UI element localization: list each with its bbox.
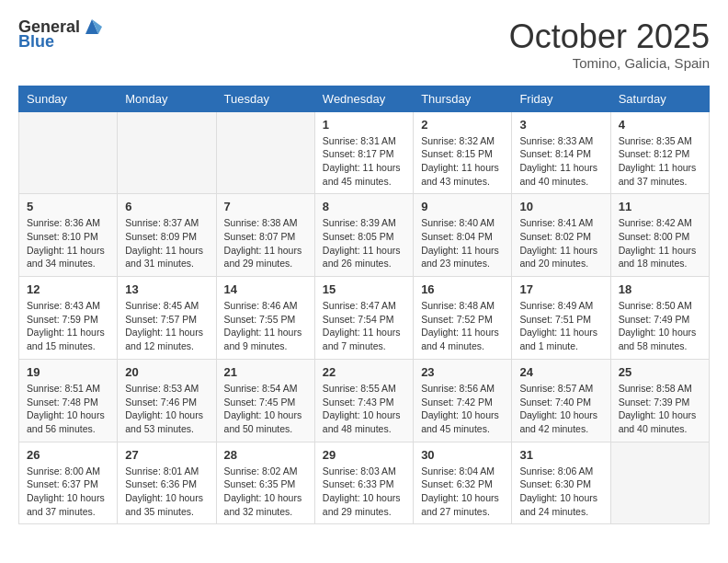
- day-number: 12: [27, 282, 109, 296]
- day-number: 26: [27, 448, 109, 462]
- day-number: 18: [619, 282, 701, 296]
- day-info: Sunrise: 8:36 AMSunset: 8:10 PMDaylight:…: [27, 216, 109, 270]
- day-number: 14: [224, 282, 307, 296]
- day-info: Sunrise: 8:38 AMSunset: 8:07 PMDaylight:…: [224, 216, 307, 270]
- calendar-cell: [216, 111, 314, 194]
- day-info: Sunrise: 8:00 AMSunset: 6:37 PMDaylight:…: [27, 465, 109, 519]
- day-number: 9: [421, 200, 504, 213]
- day-number: 10: [519, 200, 602, 213]
- day-number: 27: [125, 448, 208, 462]
- calendar-cell: 5Sunrise: 8:36 AMSunset: 8:10 PMDaylight…: [19, 194, 118, 277]
- calendar-cell: 14Sunrise: 8:46 AMSunset: 7:55 PMDayligh…: [216, 277, 314, 360]
- calendar-day-header: Sunday: [19, 86, 118, 111]
- calendar-cell: 4Sunrise: 8:35 AMSunset: 8:12 PMDaylight…: [610, 111, 709, 194]
- day-number: 17: [519, 282, 602, 296]
- calendar-week-row: 5Sunrise: 8:36 AMSunset: 8:10 PMDaylight…: [19, 194, 710, 277]
- calendar-table: SundayMondayTuesdayWednesdayThursdayFrid…: [18, 86, 710, 525]
- calendar-cell: 18Sunrise: 8:50 AMSunset: 7:49 PMDayligh…: [610, 277, 709, 360]
- day-number: 5: [27, 200, 109, 213]
- day-number: 29: [323, 448, 405, 462]
- day-number: 6: [125, 200, 208, 213]
- day-info: Sunrise: 8:53 AMSunset: 7:46 PMDaylight:…: [125, 382, 208, 436]
- calendar-cell: 30Sunrise: 8:04 AMSunset: 6:32 PMDayligh…: [414, 442, 512, 524]
- calendar-day-header: Thursday: [414, 86, 512, 111]
- calendar-cell: 29Sunrise: 8:03 AMSunset: 6:33 PMDayligh…: [314, 442, 413, 524]
- day-info: Sunrise: 8:04 AMSunset: 6:32 PMDaylight:…: [421, 465, 504, 519]
- day-number: 2: [421, 118, 504, 132]
- day-info: Sunrise: 8:55 AMSunset: 7:43 PMDaylight:…: [323, 382, 405, 436]
- calendar-cell: 13Sunrise: 8:45 AMSunset: 7:57 PMDayligh…: [118, 277, 216, 360]
- calendar-cell: 17Sunrise: 8:49 AMSunset: 7:51 PMDayligh…: [512, 277, 610, 360]
- calendar-cell: 27Sunrise: 8:01 AMSunset: 6:36 PMDayligh…: [118, 442, 216, 524]
- day-number: 19: [27, 365, 109, 379]
- calendar-cell: 21Sunrise: 8:54 AMSunset: 7:45 PMDayligh…: [216, 359, 314, 442]
- calendar-cell: 26Sunrise: 8:00 AMSunset: 6:37 PMDayligh…: [19, 442, 118, 524]
- day-number: 7: [224, 200, 307, 213]
- day-info: Sunrise: 8:39 AMSunset: 8:05 PMDaylight:…: [323, 216, 405, 270]
- calendar-cell: 6Sunrise: 8:37 AMSunset: 8:09 PMDaylight…: [118, 194, 216, 277]
- calendar-cell: 31Sunrise: 8:06 AMSunset: 6:30 PMDayligh…: [512, 442, 610, 524]
- calendar-cell: 28Sunrise: 8:02 AMSunset: 6:35 PMDayligh…: [216, 442, 314, 524]
- day-info: Sunrise: 8:41 AMSunset: 8:02 PMDaylight:…: [519, 216, 602, 270]
- day-number: 30: [421, 448, 504, 462]
- day-info: Sunrise: 8:57 AMSunset: 7:40 PMDaylight:…: [519, 382, 602, 436]
- day-number: 1: [323, 118, 405, 132]
- day-number: 25: [619, 365, 701, 379]
- page-header: General Blue October 2025 Tomino, Galici…: [18, 18, 710, 71]
- day-info: Sunrise: 8:46 AMSunset: 7:55 PMDaylight:…: [224, 299, 307, 353]
- day-number: 28: [224, 448, 307, 462]
- calendar-cell: [19, 111, 118, 194]
- title-section: October 2025 Tomino, Galicia, Spain: [509, 18, 710, 71]
- calendar-cell: 20Sunrise: 8:53 AMSunset: 7:46 PMDayligh…: [118, 359, 216, 442]
- logo: General Blue: [18, 18, 102, 52]
- calendar-cell: 10Sunrise: 8:41 AMSunset: 8:02 PMDayligh…: [512, 194, 610, 277]
- calendar-week-row: 19Sunrise: 8:51 AMSunset: 7:48 PMDayligh…: [19, 359, 710, 442]
- calendar-cell: 16Sunrise: 8:48 AMSunset: 7:52 PMDayligh…: [414, 277, 512, 360]
- calendar-cell: 24Sunrise: 8:57 AMSunset: 7:40 PMDayligh…: [512, 359, 610, 442]
- calendar-cell: 1Sunrise: 8:31 AMSunset: 8:17 PMDaylight…: [314, 111, 413, 194]
- day-info: Sunrise: 8:02 AMSunset: 6:35 PMDaylight:…: [224, 465, 307, 519]
- day-info: Sunrise: 8:37 AMSunset: 8:09 PMDaylight:…: [125, 216, 208, 270]
- calendar-week-row: 1Sunrise: 8:31 AMSunset: 8:17 PMDaylight…: [19, 111, 710, 194]
- day-info: Sunrise: 8:43 AMSunset: 7:59 PMDaylight:…: [27, 299, 109, 353]
- day-number: 8: [323, 200, 405, 213]
- day-number: 20: [125, 365, 208, 379]
- day-number: 16: [421, 282, 504, 296]
- day-info: Sunrise: 8:01 AMSunset: 6:36 PMDaylight:…: [125, 465, 208, 519]
- calendar-cell: 3Sunrise: 8:33 AMSunset: 8:14 PMDaylight…: [512, 111, 610, 194]
- day-number: 3: [519, 118, 602, 132]
- calendar-cell: 12Sunrise: 8:43 AMSunset: 7:59 PMDayligh…: [19, 277, 118, 360]
- calendar-cell: 23Sunrise: 8:56 AMSunset: 7:42 PMDayligh…: [414, 359, 512, 442]
- day-number: 15: [323, 282, 405, 296]
- day-number: 11: [619, 200, 701, 213]
- day-info: Sunrise: 8:06 AMSunset: 6:30 PMDaylight:…: [519, 465, 602, 519]
- calendar-week-row: 12Sunrise: 8:43 AMSunset: 7:59 PMDayligh…: [19, 277, 710, 360]
- calendar-week-row: 26Sunrise: 8:00 AMSunset: 6:37 PMDayligh…: [19, 442, 710, 524]
- day-info: Sunrise: 8:56 AMSunset: 7:42 PMDaylight:…: [421, 382, 504, 436]
- calendar-day-header: Tuesday: [216, 86, 314, 111]
- day-number: 22: [323, 365, 405, 379]
- calendar-cell: [610, 442, 709, 524]
- calendar-day-header: Saturday: [610, 86, 709, 111]
- day-info: Sunrise: 8:33 AMSunset: 8:14 PMDaylight:…: [519, 134, 602, 189]
- calendar-cell: 7Sunrise: 8:38 AMSunset: 8:07 PMDaylight…: [216, 194, 314, 277]
- day-info: Sunrise: 8:40 AMSunset: 8:04 PMDaylight:…: [421, 216, 504, 270]
- day-number: 4: [619, 118, 701, 132]
- day-info: Sunrise: 8:50 AMSunset: 7:49 PMDaylight:…: [619, 299, 701, 353]
- day-number: 21: [224, 365, 307, 379]
- month-title: October 2025: [509, 18, 710, 55]
- calendar-cell: 22Sunrise: 8:55 AMSunset: 7:43 PMDayligh…: [314, 359, 413, 442]
- calendar-cell: 11Sunrise: 8:42 AMSunset: 8:00 PMDayligh…: [610, 194, 709, 277]
- calendar-day-header: Friday: [512, 86, 610, 111]
- calendar-cell: 2Sunrise: 8:32 AMSunset: 8:15 PMDaylight…: [414, 111, 512, 194]
- day-info: Sunrise: 8:32 AMSunset: 8:15 PMDaylight:…: [421, 134, 504, 189]
- day-info: Sunrise: 8:31 AMSunset: 8:17 PMDaylight:…: [323, 134, 405, 189]
- day-info: Sunrise: 8:03 AMSunset: 6:33 PMDaylight:…: [323, 465, 405, 519]
- calendar-header-row: SundayMondayTuesdayWednesdayThursdayFrid…: [19, 86, 710, 111]
- day-info: Sunrise: 8:49 AMSunset: 7:51 PMDaylight:…: [519, 299, 602, 353]
- calendar-cell: 25Sunrise: 8:58 AMSunset: 7:39 PMDayligh…: [610, 359, 709, 442]
- calendar-cell: 15Sunrise: 8:47 AMSunset: 7:54 PMDayligh…: [314, 277, 413, 360]
- day-info: Sunrise: 8:45 AMSunset: 7:57 PMDaylight:…: [125, 299, 208, 353]
- location-text: Tomino, Galicia, Spain: [509, 55, 710, 71]
- calendar-cell: 8Sunrise: 8:39 AMSunset: 8:05 PMDaylight…: [314, 194, 413, 277]
